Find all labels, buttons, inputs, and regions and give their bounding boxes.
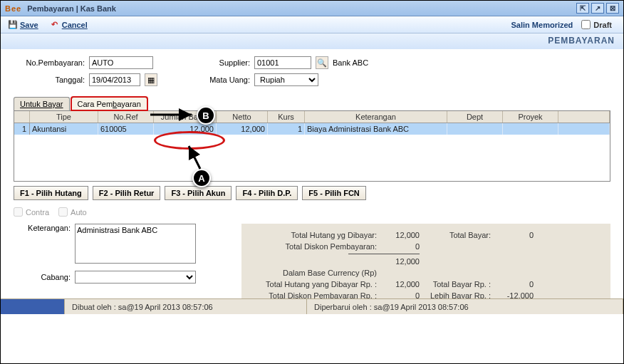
supplier-label: Supplier: <box>200 58 250 67</box>
tanggal-input[interactable] <box>89 73 140 86</box>
sum-l2: Total Diskon Pembayaran: <box>249 242 377 251</box>
f2-pilih-retur-button[interactable]: F2 - Pilih Retur <box>93 186 161 200</box>
maximize-button[interactable]: ↗ <box>591 3 604 14</box>
cell-blank <box>558 123 610 135</box>
status-updated: Diperbarui oleh : sa@19 April 2013 08:57… <box>307 299 623 314</box>
cancel-label: Cancel <box>62 21 88 29</box>
cell-proyek <box>503 123 558 135</box>
sum-v4: 12,000 <box>377 280 420 288</box>
auto-checkbox <box>58 207 68 217</box>
cell-idx: 1 <box>14 123 30 135</box>
sum-r1v: 0 <box>491 231 534 239</box>
payment-grid[interactable]: Tipe No.Ref Jumlah Bayar Netto Kurs Kete… <box>14 110 610 182</box>
no-pembayaran-label: No.Pembayaran: <box>14 58 85 67</box>
draft-checkbox[interactable] <box>581 20 591 29</box>
col-tipe: Tipe <box>30 111 98 123</box>
tab-cara-pembayaran-label: Cara Pembayaran <box>78 100 141 108</box>
search-icon: 🔍 <box>317 58 327 68</box>
status-progress <box>1 299 65 314</box>
col-netto: Netto <box>217 111 268 123</box>
undo-icon: ↶ <box>50 20 60 30</box>
col-blank <box>558 111 610 123</box>
close-window-button[interactable]: ⊠ <box>606 3 619 14</box>
cancel-button[interactable]: ↶ Cancel <box>47 19 90 31</box>
col-kurs: Kurs <box>268 111 305 123</box>
cell-noref: 610005 <box>98 123 154 135</box>
mata-uang-label: Mata Uang: <box>200 76 250 84</box>
title-bar: Bee Pembayaran | Kas Bank ⇱ ↗ ⊠ <box>1 1 623 16</box>
col-idx <box>14 111 30 123</box>
mata-uang-select[interactable]: Rupiah <box>254 73 318 86</box>
calendar-button[interactable]: ▦ <box>145 73 157 86</box>
sum-r1l: Total Bayar: <box>420 231 491 239</box>
page-header: PEMBAYARAN <box>1 33 623 49</box>
tab-bar: Untuk Bayar Cara Pembayaran <box>14 95 610 110</box>
f3-pilih-akun-button[interactable]: F3 - Pilih Akun <box>165 186 232 200</box>
grid-header: Tipe No.Ref Jumlah Bayar Netto Kurs Kete… <box>14 111 610 123</box>
supplier-lookup-button[interactable]: 🔍 <box>316 56 328 69</box>
cell-jumlah-bayar: 12,000 <box>154 123 217 135</box>
tab-untuk-bayar[interactable]: Untuk Bayar <box>14 97 70 110</box>
cell-keterangan: Biaya Administrasi Bank ABC <box>305 123 447 135</box>
tanggal-label: Tanggal: <box>14 76 85 84</box>
draft-label: Draft <box>593 21 612 29</box>
summary-panel: Total Hutang yg Dibayar: 12,000 Total Ba… <box>241 224 610 307</box>
window-title: Pembayaran | Kas Bank <box>27 4 574 13</box>
col-keterangan: Keterangan <box>305 111 447 123</box>
contra-checkbox <box>14 207 23 217</box>
no-pembayaran-input[interactable] <box>89 56 153 69</box>
supplier-code-input[interactable] <box>254 56 311 69</box>
status-bar: Dibuat oleh : sa@19 April 2013 08:57:06 … <box>1 298 623 314</box>
status-created: Dibuat oleh : sa@19 April 2013 08:57:06 <box>65 299 307 314</box>
col-jumlah-bayar: Jumlah Bayar <box>154 111 217 123</box>
salin-memorized-button[interactable]: Salin Memorized <box>509 19 576 31</box>
f5-pilih-fcn-button[interactable]: F5 - Pilih FCN <box>302 186 366 200</box>
auto-label: Auto <box>71 208 87 217</box>
col-proyek: Proyek <box>503 111 558 123</box>
calendar-icon: ▦ <box>147 76 155 85</box>
sum-base: Dalam Base Currency (Rp) <box>249 269 377 277</box>
grid-row[interactable]: 1 Akuntansi 610005 12,000 12,000 1 Biaya… <box>14 123 610 135</box>
cell-dept <box>447 123 503 135</box>
sum-r4l: Total Bayar Rp. : <box>420 280 491 288</box>
keterangan-label: Keterangan: <box>14 224 71 232</box>
cabang-select[interactable] <box>75 271 196 284</box>
tab-untuk-bayar-label: Untuk Bayar <box>20 100 63 108</box>
save-icon: 💾 <box>8 20 18 30</box>
sum-r4v: 0 <box>491 280 534 288</box>
contra-label: Contra <box>26 208 49 217</box>
detach-button[interactable]: ⇱ <box>576 3 589 14</box>
tab-cara-pembayaran[interactable]: Cara Pembayaran <box>71 97 147 110</box>
supplier-name-text: Bank ABC <box>333 58 368 67</box>
col-noref: No.Ref <box>98 111 154 123</box>
toolbar: 💾 Save ↶ Cancel Salin Memorized Draft <box>1 16 623 33</box>
salin-label: Salin Memorized <box>511 21 573 29</box>
col-dept: Dept <box>447 111 503 123</box>
cell-tipe: Akuntansi <box>30 123 98 135</box>
sum-v2: 0 <box>377 242 420 251</box>
app-logo: Bee <box>5 4 21 13</box>
cabang-label: Cabang: <box>14 273 71 281</box>
f1-pilih-hutang-button[interactable]: F1 - Pilih Hutang <box>14 186 88 200</box>
cell-kurs: 1 <box>268 123 305 135</box>
keterangan-textarea[interactable] <box>75 224 196 264</box>
f4-pilih-dp-button[interactable]: F4 - Pilih D.P. <box>236 186 298 200</box>
sum-v1: 12,000 <box>377 231 420 239</box>
sum-v3: 12,000 <box>377 257 420 266</box>
cell-netto: 12,000 <box>217 123 268 135</box>
save-label: Save <box>20 21 38 29</box>
sum-l4: Total Hutang yang Dibayar Rp. : <box>249 280 377 288</box>
sum-l1: Total Hutang yg Dibayar: <box>249 231 377 239</box>
save-button[interactable]: 💾 Save <box>5 19 41 31</box>
